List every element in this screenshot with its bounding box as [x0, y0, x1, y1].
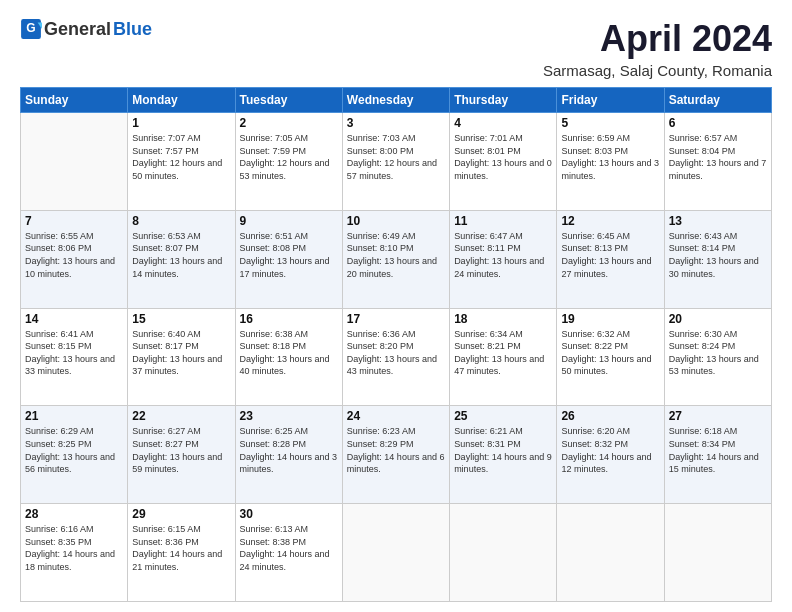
day-info: Sunrise: 7:01 AMSunset: 8:01 PMDaylight:…	[454, 132, 552, 182]
day-number: 4	[454, 116, 552, 130]
day-number: 8	[132, 214, 230, 228]
table-row: 29 Sunrise: 6:15 AMSunset: 8:36 PMDaylig…	[128, 504, 235, 602]
header-saturday: Saturday	[664, 88, 771, 113]
day-number: 15	[132, 312, 230, 326]
table-row: 5 Sunrise: 6:59 AMSunset: 8:03 PMDayligh…	[557, 113, 664, 211]
table-row: 14 Sunrise: 6:41 AMSunset: 8:15 PMDaylig…	[21, 308, 128, 406]
title-block: April 2024 Sarmasag, Salaj County, Roman…	[543, 18, 772, 79]
day-info: Sunrise: 6:49 AMSunset: 8:10 PMDaylight:…	[347, 230, 445, 280]
day-number: 13	[669, 214, 767, 228]
day-info: Sunrise: 7:07 AMSunset: 7:57 PMDaylight:…	[132, 132, 230, 182]
svg-text:G: G	[26, 21, 35, 35]
day-info: Sunrise: 6:57 AMSunset: 8:04 PMDaylight:…	[669, 132, 767, 182]
day-number: 12	[561, 214, 659, 228]
table-row: 18 Sunrise: 6:34 AMSunset: 8:21 PMDaylig…	[450, 308, 557, 406]
day-number: 26	[561, 409, 659, 423]
day-info: Sunrise: 6:29 AMSunset: 8:25 PMDaylight:…	[25, 425, 123, 475]
table-row: 12 Sunrise: 6:45 AMSunset: 8:13 PMDaylig…	[557, 210, 664, 308]
table-row: 4 Sunrise: 7:01 AMSunset: 8:01 PMDayligh…	[450, 113, 557, 211]
day-number: 17	[347, 312, 445, 326]
day-number: 23	[240, 409, 338, 423]
table-row: 19 Sunrise: 6:32 AMSunset: 8:22 PMDaylig…	[557, 308, 664, 406]
table-row: 3 Sunrise: 7:03 AMSunset: 8:00 PMDayligh…	[342, 113, 449, 211]
day-number: 22	[132, 409, 230, 423]
month-year: April 2024	[543, 18, 772, 60]
day-number: 24	[347, 409, 445, 423]
day-info: Sunrise: 6:13 AMSunset: 8:38 PMDaylight:…	[240, 523, 338, 573]
table-row: 11 Sunrise: 6:47 AMSunset: 8:11 PMDaylig…	[450, 210, 557, 308]
day-info: Sunrise: 6:43 AMSunset: 8:14 PMDaylight:…	[669, 230, 767, 280]
logo-general: General	[44, 19, 111, 40]
day-info: Sunrise: 6:36 AMSunset: 8:20 PMDaylight:…	[347, 328, 445, 378]
header: G General Blue April 2024 Sarmasag, Sala…	[20, 18, 772, 79]
day-number: 16	[240, 312, 338, 326]
day-number: 29	[132, 507, 230, 521]
calendar-week-row: 28 Sunrise: 6:16 AMSunset: 8:35 PMDaylig…	[21, 504, 772, 602]
day-info: Sunrise: 6:53 AMSunset: 8:07 PMDaylight:…	[132, 230, 230, 280]
day-number: 30	[240, 507, 338, 521]
day-number: 10	[347, 214, 445, 228]
table-row: 28 Sunrise: 6:16 AMSunset: 8:35 PMDaylig…	[21, 504, 128, 602]
day-info: Sunrise: 6:20 AMSunset: 8:32 PMDaylight:…	[561, 425, 659, 475]
table-row: 2 Sunrise: 7:05 AMSunset: 7:59 PMDayligh…	[235, 113, 342, 211]
day-number: 18	[454, 312, 552, 326]
day-info: Sunrise: 6:18 AMSunset: 8:34 PMDaylight:…	[669, 425, 767, 475]
day-info: Sunrise: 6:47 AMSunset: 8:11 PMDaylight:…	[454, 230, 552, 280]
day-number: 28	[25, 507, 123, 521]
table-row: 7 Sunrise: 6:55 AMSunset: 8:06 PMDayligh…	[21, 210, 128, 308]
table-row: 8 Sunrise: 6:53 AMSunset: 8:07 PMDayligh…	[128, 210, 235, 308]
logo-icon: G	[20, 18, 42, 40]
header-sunday: Sunday	[21, 88, 128, 113]
table-row: 15 Sunrise: 6:40 AMSunset: 8:17 PMDaylig…	[128, 308, 235, 406]
day-number: 1	[132, 116, 230, 130]
day-number: 19	[561, 312, 659, 326]
table-row: 27 Sunrise: 6:18 AMSunset: 8:34 PMDaylig…	[664, 406, 771, 504]
calendar: Sunday Monday Tuesday Wednesday Thursday…	[20, 87, 772, 602]
day-number: 20	[669, 312, 767, 326]
calendar-week-row: 14 Sunrise: 6:41 AMSunset: 8:15 PMDaylig…	[21, 308, 772, 406]
table-row: 10 Sunrise: 6:49 AMSunset: 8:10 PMDaylig…	[342, 210, 449, 308]
day-info: Sunrise: 6:59 AMSunset: 8:03 PMDaylight:…	[561, 132, 659, 182]
day-info: Sunrise: 6:16 AMSunset: 8:35 PMDaylight:…	[25, 523, 123, 573]
calendar-week-row: 21 Sunrise: 6:29 AMSunset: 8:25 PMDaylig…	[21, 406, 772, 504]
day-info: Sunrise: 6:25 AMSunset: 8:28 PMDaylight:…	[240, 425, 338, 475]
day-number: 5	[561, 116, 659, 130]
day-number: 7	[25, 214, 123, 228]
calendar-header-row: Sunday Monday Tuesday Wednesday Thursday…	[21, 88, 772, 113]
day-info: Sunrise: 6:38 AMSunset: 8:18 PMDaylight:…	[240, 328, 338, 378]
table-row	[450, 504, 557, 602]
table-row: 21 Sunrise: 6:29 AMSunset: 8:25 PMDaylig…	[21, 406, 128, 504]
day-info: Sunrise: 6:55 AMSunset: 8:06 PMDaylight:…	[25, 230, 123, 280]
day-info: Sunrise: 6:45 AMSunset: 8:13 PMDaylight:…	[561, 230, 659, 280]
table-row: 16 Sunrise: 6:38 AMSunset: 8:18 PMDaylig…	[235, 308, 342, 406]
day-number: 14	[25, 312, 123, 326]
logo-blue: Blue	[113, 19, 152, 40]
day-info: Sunrise: 6:30 AMSunset: 8:24 PMDaylight:…	[669, 328, 767, 378]
day-info: Sunrise: 6:34 AMSunset: 8:21 PMDaylight:…	[454, 328, 552, 378]
table-row: 25 Sunrise: 6:21 AMSunset: 8:31 PMDaylig…	[450, 406, 557, 504]
table-row: 24 Sunrise: 6:23 AMSunset: 8:29 PMDaylig…	[342, 406, 449, 504]
day-number: 3	[347, 116, 445, 130]
table-row: 23 Sunrise: 6:25 AMSunset: 8:28 PMDaylig…	[235, 406, 342, 504]
table-row: 9 Sunrise: 6:51 AMSunset: 8:08 PMDayligh…	[235, 210, 342, 308]
header-friday: Friday	[557, 88, 664, 113]
day-info: Sunrise: 6:21 AMSunset: 8:31 PMDaylight:…	[454, 425, 552, 475]
day-info: Sunrise: 6:15 AMSunset: 8:36 PMDaylight:…	[132, 523, 230, 573]
day-number: 27	[669, 409, 767, 423]
location: Sarmasag, Salaj County, Romania	[543, 62, 772, 79]
calendar-week-row: 1 Sunrise: 7:07 AMSunset: 7:57 PMDayligh…	[21, 113, 772, 211]
table-row: 26 Sunrise: 6:20 AMSunset: 8:32 PMDaylig…	[557, 406, 664, 504]
day-number: 11	[454, 214, 552, 228]
day-info: Sunrise: 6:41 AMSunset: 8:15 PMDaylight:…	[25, 328, 123, 378]
day-info: Sunrise: 7:03 AMSunset: 8:00 PMDaylight:…	[347, 132, 445, 182]
header-tuesday: Tuesday	[235, 88, 342, 113]
header-monday: Monday	[128, 88, 235, 113]
table-row: 30 Sunrise: 6:13 AMSunset: 8:38 PMDaylig…	[235, 504, 342, 602]
day-info: Sunrise: 7:05 AMSunset: 7:59 PMDaylight:…	[240, 132, 338, 182]
day-number: 2	[240, 116, 338, 130]
day-info: Sunrise: 6:32 AMSunset: 8:22 PMDaylight:…	[561, 328, 659, 378]
table-row: 6 Sunrise: 6:57 AMSunset: 8:04 PMDayligh…	[664, 113, 771, 211]
day-number: 6	[669, 116, 767, 130]
logo: G General Blue	[20, 18, 152, 40]
day-number: 9	[240, 214, 338, 228]
